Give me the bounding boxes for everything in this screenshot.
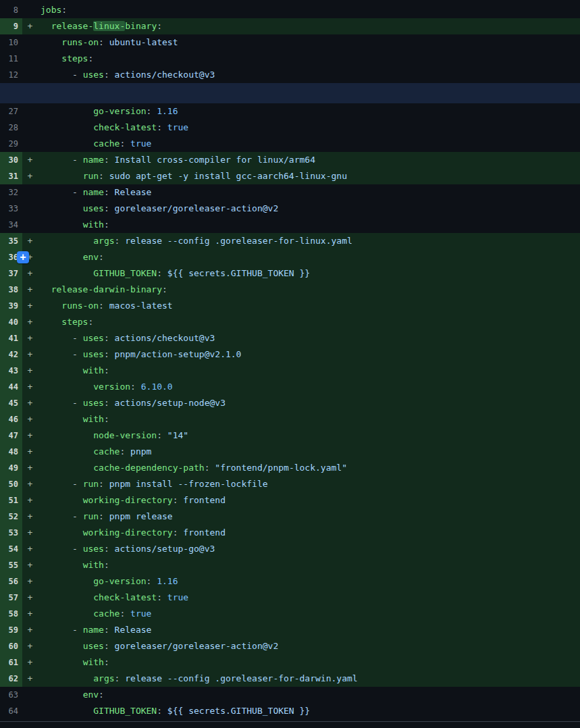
line-number[interactable]: 39	[0, 298, 22, 314]
line-number[interactable]: 37	[0, 265, 22, 282]
line-number[interactable]: 38	[0, 282, 22, 298]
diff-line-51: 51+ working-directory: frontend	[0, 492, 580, 509]
code-line: args: release --config .goreleaser-for-d…	[38, 671, 358, 687]
diff-marker: +	[22, 395, 38, 411]
line-number[interactable]: 59	[0, 622, 22, 638]
line-number[interactable]: 63	[0, 687, 22, 703]
line-number[interactable]: 48	[0, 444, 22, 460]
code-line: cache-dependency-path: "frontend/pnpm-lo…	[38, 460, 347, 476]
line-number[interactable]: 8	[0, 2, 22, 18]
diff-marker: +	[22, 330, 38, 346]
line-number[interactable]: 41	[0, 330, 22, 346]
line-number[interactable]: 60	[0, 638, 22, 654]
code-line: - run: pnpm install --frozen-lockfile	[38, 476, 268, 492]
line-number[interactable]: 58	[0, 606, 22, 622]
expand-hunk-row[interactable]	[0, 83, 580, 103]
code-line: with:	[38, 557, 109, 573]
diff-line-29: 29 cache: true	[0, 136, 580, 152]
diff-marker: +	[22, 233, 38, 249]
diff-marker: +	[22, 590, 38, 606]
diff-marker: +	[22, 298, 38, 314]
diff-line-41: 41+ - uses: actions/checkout@v3	[0, 330, 580, 346]
line-number[interactable]: 45	[0, 395, 22, 411]
line-number[interactable]: 47	[0, 427, 22, 444]
diff-line-59: 59+ - name: Release	[0, 622, 580, 638]
diff-marker: +	[22, 379, 38, 395]
line-number[interactable]: 53	[0, 525, 22, 541]
line-number[interactable]: 35	[0, 233, 22, 249]
code-line: working-directory: frontend	[38, 492, 226, 509]
diff-marker: +	[22, 18, 38, 34]
line-number[interactable]: 64	[0, 703, 22, 719]
line-number[interactable]: 28	[0, 120, 22, 136]
code-line: go-version: 1.16	[38, 573, 178, 590]
line-number[interactable]: 10	[0, 34, 22, 51]
diff-marker: +	[22, 427, 38, 444]
diff-marker: +	[22, 606, 38, 622]
code-line: go-version: 1.16	[38, 103, 178, 120]
diff-line-34: 34 with:	[0, 217, 580, 233]
diff-line-45: 45+ - uses: actions/setup-node@v3	[0, 395, 580, 411]
line-number[interactable]: 42	[0, 346, 22, 363]
line-number[interactable]: 27	[0, 103, 22, 120]
diff-line-27: 27 go-version: 1.16	[0, 103, 580, 120]
line-number[interactable]: 9	[0, 18, 22, 34]
code-line: release-darwin-binary:	[38, 282, 167, 298]
line-number[interactable]: 12	[0, 67, 22, 83]
code-line: version: 6.10.0	[38, 379, 173, 395]
diff-marker: +	[22, 265, 38, 282]
code-line: steps:	[38, 314, 93, 330]
line-number[interactable]: 32	[0, 184, 22, 201]
diff-line-46: 46+ with:	[0, 411, 580, 427]
line-number[interactable]: 11	[0, 51, 22, 67]
line-number[interactable]: 30	[0, 152, 22, 168]
line-number[interactable]: 52	[0, 509, 22, 525]
line-number[interactable]: 46	[0, 411, 22, 427]
line-number[interactable]: 56	[0, 573, 22, 590]
line-number[interactable]: 50	[0, 476, 22, 492]
line-number[interactable]: 40	[0, 314, 22, 330]
diff-line-30: 30+ - name: Install cross-compiler for l…	[0, 152, 580, 168]
diff-line-47: 47+ node-version: "14"	[0, 427, 580, 444]
code-line: cache: pnpm	[38, 444, 151, 460]
diff-marker	[22, 2, 38, 18]
diff-marker	[22, 103, 38, 120]
line-number[interactable]: 62	[0, 671, 22, 687]
code-line: - name: Release	[38, 184, 151, 201]
line-number[interactable]: 33	[0, 201, 22, 217]
code-line: runs-on: ubuntu-latest	[38, 34, 178, 51]
line-number[interactable]: 43	[0, 363, 22, 379]
diff-marker	[22, 34, 38, 51]
diff-line-39: 39+ runs-on: macos-latest	[0, 298, 580, 314]
diff-line-28: 28 check-latest: true	[0, 120, 580, 136]
code-line: cache: true	[38, 606, 151, 622]
line-number[interactable]: 29	[0, 136, 22, 152]
code-line: - uses: actions/checkout@v3	[38, 67, 215, 83]
line-number[interactable]: 51	[0, 492, 22, 509]
diff-marker: +	[22, 671, 38, 687]
line-number[interactable]: 61	[0, 654, 22, 671]
line-number[interactable]: 44	[0, 379, 22, 395]
line-number[interactable]: 55	[0, 557, 22, 573]
code-line: - name: Install cross-compiler for linux…	[38, 152, 315, 168]
diff-line-54: 54+ - uses: actions/setup-go@v3	[0, 541, 580, 557]
line-number[interactable]: 34	[0, 217, 22, 233]
code-line: check-latest: true	[38, 590, 188, 606]
diff-line-56: 56+ go-version: 1.16	[0, 573, 580, 590]
diff-marker	[22, 67, 38, 83]
diff-line-63: 63 env:	[0, 687, 580, 703]
diff-line-37: 37+ GITHUB_TOKEN: ${{ secrets.GITHUB_TOK…	[0, 265, 580, 282]
diff-marker	[22, 51, 38, 67]
line-number[interactable]: 54	[0, 541, 22, 557]
line-number[interactable]: 57	[0, 590, 22, 606]
line-number[interactable]: 31	[0, 168, 22, 184]
line-number[interactable]: 49	[0, 460, 22, 476]
code-line: with:	[38, 411, 109, 427]
diff-line-32: 32 - name: Release	[0, 184, 580, 201]
code-line: - run: pnpm release	[38, 509, 173, 525]
add-comment-button[interactable]: +	[17, 251, 29, 263]
diff-line-48: 48+ cache: pnpm	[0, 444, 580, 460]
code-line: cache: true	[38, 136, 151, 152]
code-line: - uses: actions/checkout@v3	[38, 330, 215, 346]
diff-marker: +	[22, 541, 38, 557]
